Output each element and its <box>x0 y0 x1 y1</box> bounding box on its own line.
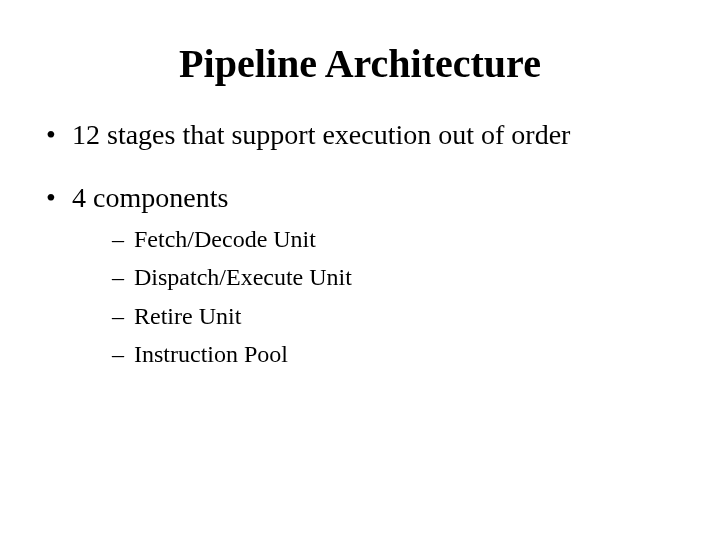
sub-list: Fetch/Decode Unit Dispatch/Execute Unit … <box>72 223 680 371</box>
bullet-item: 4 components Fetch/Decode Unit Dispatch/… <box>40 180 680 371</box>
bullet-item: 12 stages that support execution out of … <box>40 117 680 152</box>
sub-item: Retire Unit <box>112 300 680 332</box>
bullet-text: 12 stages that support execution out of … <box>72 119 570 150</box>
sub-item: Fetch/Decode Unit <box>112 223 680 255</box>
slide: Pipeline Architecture 12 stages that sup… <box>0 0 720 540</box>
bullet-text: 4 components <box>72 182 228 213</box>
bullet-list: 12 stages that support execution out of … <box>40 117 680 371</box>
sub-item: Dispatch/Execute Unit <box>112 261 680 293</box>
slide-title: Pipeline Architecture <box>0 0 720 97</box>
sub-item: Instruction Pool <box>112 338 680 370</box>
slide-content: 12 stages that support execution out of … <box>0 97 720 371</box>
